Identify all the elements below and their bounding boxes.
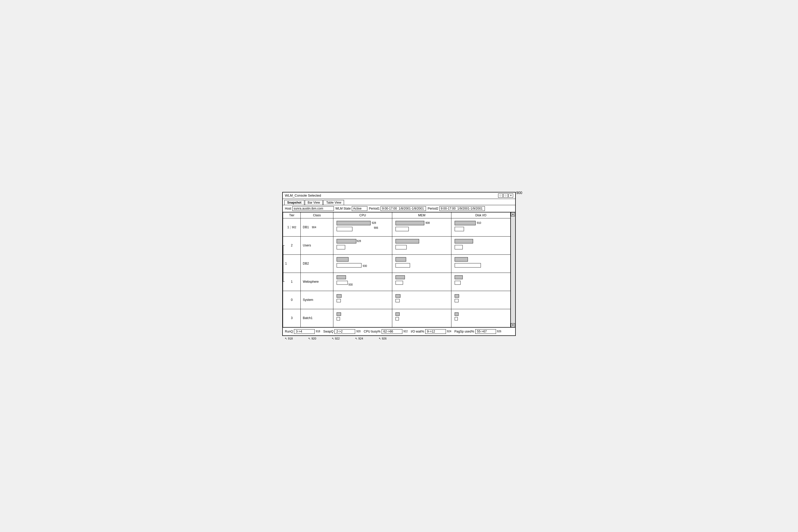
io-wait-input[interactable] [425,329,446,334]
swapq-field: SwapQ 920 [323,329,361,334]
period2-input[interactable] [439,206,485,211]
tab-bar: Snapshot Bar View Table View [283,199,515,205]
period2-label: Period2 [428,207,438,210]
maximize-button[interactable]: □ [503,193,508,198]
period1-label: Period1 [369,207,380,210]
swapq-label: SwapQ [323,330,334,333]
svg-rect-12 [396,245,406,249]
ref-926: 926 [497,330,501,333]
cpu-db2: 930 [333,254,392,272]
svg-rect-28 [455,281,460,285]
disk-chart-batch1 [454,310,500,325]
svg-rect-11 [396,239,419,243]
col-disk: Disk I/O [451,212,511,218]
svg-rect-31 [396,294,400,298]
label-928a: 928 [372,222,376,224]
svg-rect-40 [455,317,458,320]
table-row: 1 │ 902 DB1 904 [283,218,511,236]
svg-text:910: 910 [477,222,481,224]
svg-rect-5 [455,221,476,225]
table-row: 1 DB2 [283,254,511,272]
runq-field: RunQ 918 [285,329,320,334]
io-wait-field: I/O wait% 924 [411,329,451,334]
cpu-db1: 928 906 [333,218,392,236]
svg-rect-37 [396,312,400,316]
disk-websphere [451,272,511,291]
table-row: 1 Websphere [283,272,511,291]
table-row: 2 Users [283,236,511,254]
tier-websphere: 1 [283,272,301,291]
col-class: Class [301,212,333,218]
arrow-920: ↖ 920 [308,337,316,340]
table-container: Tier Class CPU MEM Disk I/O 1 [283,212,511,327]
tier-batch1: 3 [283,309,301,327]
pagsp-input[interactable] [475,329,496,334]
runq-label: RunQ [285,330,293,333]
host-field: Host [285,206,334,211]
svg-rect-35 [337,312,341,316]
mem-system [392,291,451,309]
svg-rect-2 [396,221,424,225]
mem-websphere [392,272,451,291]
close-button[interactable]: ✕ [509,193,513,198]
disk-db2 [451,254,511,272]
wlm-state-input[interactable] [352,206,367,211]
ref-920: 920 [356,330,361,333]
tab-snapshot[interactable]: Snapshot [284,200,304,205]
svg-rect-32 [396,299,400,302]
tab-barview[interactable]: Bar View [305,200,323,205]
mem-users [392,236,451,254]
tab-tableview[interactable]: Table View [323,200,344,205]
tier-db2: 1 [283,254,301,272]
runq-input[interactable] [294,329,315,334]
cpu-busy-label: CPU busy% [364,330,381,333]
host-input[interactable] [292,206,334,211]
disk-batch1 [451,309,511,327]
io-wait-label: I/O wait% [411,330,424,333]
window-title: WLM_Console Selected [285,193,321,197]
pagsp-label: PagSp used% [455,330,474,333]
tier-db1: 1 │ 902 [283,218,301,236]
svg-rect-29 [337,294,341,298]
mem-batch1 [392,309,451,327]
class-users: Users [301,236,333,254]
mem-chart-db1: 908 [394,220,441,234]
class-db2: DB2 [301,254,333,272]
arrow-924: ↖ 924 [355,337,363,340]
disk-db1: 910 [451,218,511,236]
title-bar: WLM_Console Selected □ □ ✕ [283,192,515,199]
svg-rect-30 [337,299,341,302]
wlm-state-field: WLM State [336,206,367,211]
cpu-chart-db1: 928 906 [336,220,382,234]
scroll-down-button[interactable]: ▼ [511,323,515,327]
mem-db1: 908 [392,218,451,236]
svg-rect-0 [337,221,370,225]
cpu-busy-input[interactable] [382,329,402,334]
mem-db2 [392,254,451,272]
host-label: Host [285,207,291,210]
cpu-chart-users: 928 [336,238,382,252]
window-controls: □ □ ✕ [498,193,513,198]
status-bar: RunQ 918 SwapQ 920 CPU busy% 922 I/O wai… [283,327,515,336]
svg-rect-3 [396,227,408,231]
col-mem: MEM [392,212,451,218]
toolbar: Host WLM State Period1 Period2 [283,205,515,212]
period1-input[interactable] [381,206,426,211]
swapq-input[interactable] [335,329,355,334]
minimize-button[interactable]: □ [498,193,503,198]
cpu-users: 928 [333,236,392,254]
disk-chart-db1: 910 [454,220,500,234]
disk-chart-system [454,292,500,307]
scroll-track [511,216,515,323]
class-batch1: Batch1 [301,309,333,327]
disk-users [451,236,511,254]
cpu-chart-websphere: 930 [336,274,382,288]
svg-rect-16 [337,263,361,267]
svg-text:930: 930 [363,265,367,267]
svg-rect-33 [455,294,459,298]
scroll-up-button[interactable]: ▲ [511,212,515,216]
svg-text:930: 930 [348,283,353,286]
svg-rect-8 [337,239,356,243]
mem-chart-websphere [394,274,441,288]
mem-chart-system [394,292,441,307]
